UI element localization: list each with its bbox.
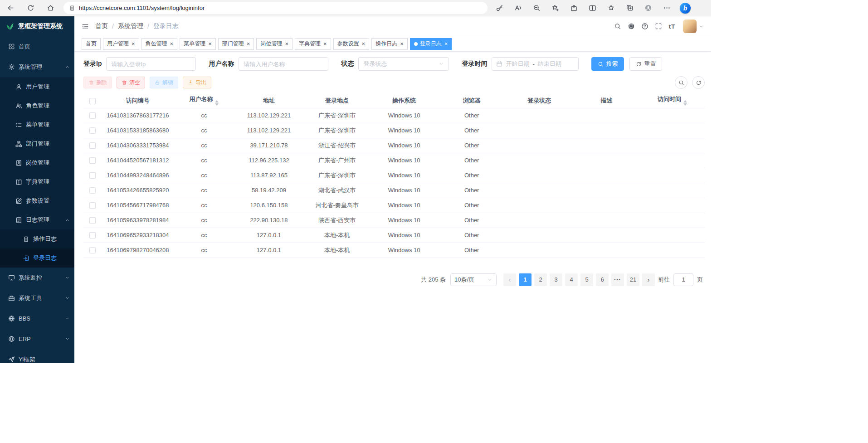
table-row[interactable]: 1641069798270046208cc127.0.0.1本地-本机Windo… — [83, 243, 705, 258]
key-button[interactable] — [493, 2, 506, 15]
close-tab-icon[interactable]: × — [285, 41, 288, 47]
export-button[interactable]: 导出 — [183, 77, 211, 88]
zoom-out-button[interactable] — [530, 2, 543, 15]
tab-dict-management[interactable]: 字典管理× — [295, 38, 331, 50]
search-button[interactable] — [611, 20, 624, 33]
row-checkbox[interactable] — [89, 142, 96, 149]
close-tab-icon[interactable]: × — [247, 41, 250, 47]
search-button[interactable]: 搜索 — [591, 57, 624, 71]
row-checkbox[interactable] — [89, 232, 96, 239]
tab-user-management[interactable]: 用户管理× — [103, 38, 139, 50]
page-3-button[interactable]: 3 — [550, 273, 562, 286]
column-header[interactable]: 用户名称 — [174, 93, 234, 108]
page-21-button[interactable]: 21 — [627, 273, 639, 286]
status-select[interactable]: 登录状态 — [358, 57, 449, 71]
close-tab-icon[interactable]: × — [323, 41, 327, 47]
add-favorite-button[interactable] — [549, 2, 561, 15]
date-range-picker[interactable]: 开始日期 - 结束日期 — [492, 57, 579, 71]
breadcrumb-item[interactable]: 登录日志 — [153, 22, 179, 30]
row-checkbox[interactable] — [89, 217, 96, 224]
sidebar-item-role-management[interactable]: 角色管理 — [0, 96, 74, 115]
sidebar-item-operation-log[interactable]: 操作日志 — [0, 229, 74, 248]
text-size-button[interactable]: tT — [666, 20, 678, 33]
sidebar-item-log-management[interactable]: 日志管理 — [0, 210, 74, 229]
reload-button[interactable] — [24, 2, 37, 15]
more-pages-button[interactable]: ••• — [611, 273, 624, 286]
row-checkbox[interactable] — [89, 112, 96, 119]
read-aloud-button[interactable] — [512, 2, 524, 15]
tab-param-settings[interactable]: 参数设置× — [333, 38, 370, 50]
extensions-button[interactable] — [567, 2, 580, 15]
clear-button[interactable]: 清空 — [117, 77, 145, 88]
avatar-caret-icon[interactable] — [699, 24, 704, 29]
jump-page-input[interactable] — [673, 273, 693, 286]
prev-page-button[interactable]: ‹ — [503, 273, 516, 286]
user-avatar[interactable] — [683, 19, 697, 33]
sidebar-item-bbs[interactable]: BBS — [0, 308, 74, 329]
table-row[interactable]: 1641043063331753984cc39.171.210.78浙江省-绍兴… — [83, 138, 705, 153]
sidebar-item-dept-management[interactable]: 部门管理 — [0, 134, 74, 153]
login-ip-input[interactable] — [106, 57, 196, 71]
table-row[interactable]: 1641031367863177216cc113.102.129.221广东省-… — [83, 108, 705, 123]
tab-operation-log[interactable]: 操作日志× — [371, 38, 408, 50]
sort-carets-icon[interactable] — [683, 100, 687, 106]
sidebar-item-post-management[interactable]: 岗位管理 — [0, 153, 74, 172]
reset-button[interactable]: 重置 — [629, 57, 662, 71]
back-button[interactable] — [4, 2, 17, 15]
sidebar-item-dict-management[interactable]: 字典管理 — [0, 172, 74, 191]
table-row[interactable]: 1641069652933218304cc127.0.0.1本地-本机Windo… — [83, 228, 705, 243]
sort-carets-icon[interactable] — [215, 100, 219, 106]
row-checkbox[interactable] — [89, 127, 96, 134]
close-tab-icon[interactable]: × — [208, 41, 212, 47]
table-row[interactable]: 1641054566717984768cc120.6.150.158河北省-秦皇… — [83, 198, 705, 213]
close-tab-icon[interactable]: × — [444, 41, 448, 47]
breadcrumb-item[interactable]: 首页 — [95, 22, 108, 30]
table-row[interactable]: 1641059633978281984cc222.90.130.18陕西省-西安… — [83, 213, 705, 228]
profile-button[interactable] — [642, 2, 654, 15]
app-logo[interactable]: 意框架管理系统 — [0, 16, 74, 36]
home-button[interactable] — [44, 2, 57, 15]
unlock-button[interactable]: 解锁 — [150, 77, 178, 88]
page-6-button[interactable]: 6 — [596, 273, 609, 286]
breadcrumb-item[interactable]: 系统管理 — [118, 22, 143, 30]
tab-post-management[interactable]: 岗位管理× — [256, 38, 293, 50]
row-checkbox[interactable] — [89, 247, 96, 253]
github-button[interactable] — [625, 20, 638, 33]
row-checkbox[interactable] — [89, 187, 96, 194]
close-tab-icon[interactable]: × — [400, 41, 404, 47]
tab-login-log[interactable]: 登录日志× — [410, 38, 452, 50]
sidebar-item-system-tools[interactable]: 系统工具 — [0, 288, 74, 308]
sidebar-item-menu-management[interactable]: 菜单管理 — [0, 115, 74, 134]
toggle-search-button[interactable] — [675, 76, 688, 89]
settings-more-button[interactable] — [660, 2, 673, 15]
tab-dept-management[interactable]: 部门管理× — [218, 38, 254, 50]
sidebar-item-user-management[interactable]: 用户管理 — [0, 77, 74, 96]
page-4-button[interactable]: 4 — [565, 273, 578, 286]
user-name-input[interactable] — [239, 57, 328, 71]
delete-button[interactable]: 删除 — [83, 77, 112, 88]
question-button[interactable] — [639, 20, 651, 33]
page-2-button[interactable]: 2 — [534, 273, 547, 286]
collapse-sidebar-button[interactable] — [79, 20, 92, 33]
sidebar-item-home[interactable]: 首页 — [0, 36, 74, 57]
sidebar-item-param-settings[interactable]: 参数设置 — [0, 191, 74, 210]
close-tab-icon[interactable]: × — [132, 41, 135, 47]
table-row[interactable]: 1641031533185863680cc113.102.129.221广东省-… — [83, 123, 705, 138]
table-row[interactable]: 1641044520567181312cc112.96.225.132广东省-广… — [83, 153, 705, 168]
refresh-table-button[interactable] — [692, 76, 705, 89]
sidebar-item-yi-framework[interactable]: Yi框架 — [0, 349, 74, 363]
row-checkbox[interactable] — [89, 202, 96, 209]
sidebar-item-login-log[interactable]: 登录日志 — [0, 248, 74, 268]
column-header[interactable]: 访问时间 — [640, 93, 705, 108]
sidebar-item-system-management[interactable]: 系统管理 — [0, 57, 74, 77]
fullscreen-button[interactable] — [652, 20, 665, 33]
page-5-button[interactable]: 5 — [580, 273, 593, 286]
row-checkbox[interactable] — [89, 157, 96, 164]
tab-role-management[interactable]: 角色管理× — [141, 38, 178, 50]
tab-menu-management[interactable]: 菜单管理× — [180, 38, 216, 50]
select-all-checkbox[interactable] — [89, 98, 96, 104]
sidebar-item-system-monitor[interactable]: 系统监控 — [0, 268, 74, 288]
table-row[interactable]: 1641053426655825920cc58.19.42.209湖北省-武汉市… — [83, 183, 705, 198]
row-checkbox[interactable] — [89, 172, 96, 179]
close-tab-icon[interactable]: × — [170, 41, 174, 47]
